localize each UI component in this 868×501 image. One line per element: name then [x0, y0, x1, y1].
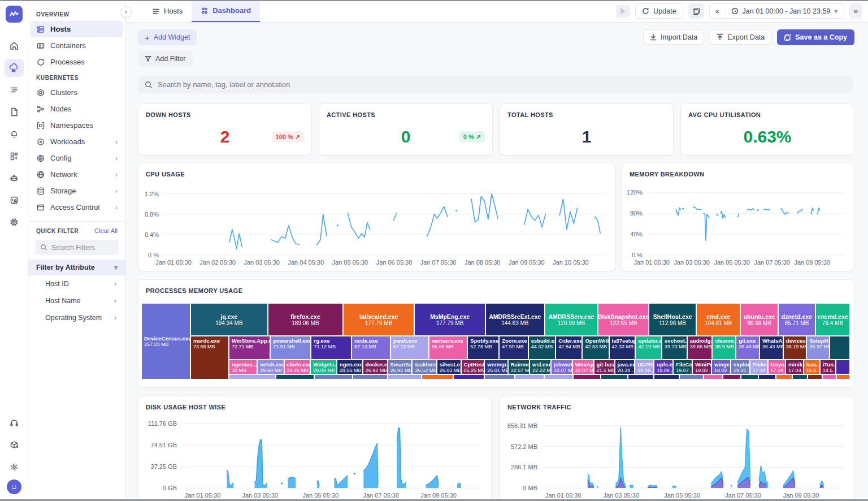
- treemap-node[interactable]: git.exe36.46 MB: [736, 336, 759, 359]
- file-icon[interactable]: [5, 103, 24, 121]
- add-filter-button[interactable]: Add Filter: [138, 51, 193, 66]
- treemap-node[interactable]: [601, 375, 627, 379]
- treemap-node[interactable]: [353, 375, 387, 379]
- treemap-node[interactable]: UCPD...19.09 ...: [635, 360, 653, 374]
- import-data-button[interactable]: Import Data: [643, 29, 704, 45]
- tab-hosts[interactable]: Hosts: [143, 0, 192, 22]
- treemap-node[interactable]: MsMpEng.exe177.79 MB: [415, 304, 485, 335]
- user-avatar[interactable]: [7, 480, 21, 494]
- treemap-node[interactable]: cncmd.exe78.4 MB: [816, 304, 849, 335]
- treemap-node[interactable]: WmiPr...19.02 ...: [693, 360, 711, 374]
- app-logo[interactable]: [6, 6, 23, 23]
- sidebar-item-access-control[interactable]: Access Control ›: [31, 199, 123, 215]
- treemap-node[interactable]: [574, 375, 600, 379]
- treemap-node[interactable]: [776, 375, 792, 379]
- date-back-button[interactable]: «: [710, 4, 725, 18]
- treemap-node[interactable]: devices...36.19 MB: [784, 336, 806, 359]
- search-input[interactable]: Search by name, tag, label or annotation: [138, 76, 853, 93]
- treemap-node[interactable]: [793, 375, 807, 379]
- date-range-picker[interactable]: Jan 01 00:00 - Jan 10 23:59 ▾: [725, 4, 844, 18]
- logs-icon[interactable]: [5, 81, 24, 99]
- treemap-node[interactable]: [723, 375, 740, 379]
- ai-robot-icon[interactable]: [5, 169, 24, 187]
- treemap-node[interactable]: [628, 375, 653, 379]
- treemap-node[interactable]: audiodg....39.66 MB: [688, 336, 712, 359]
- treemap-node[interactable]: [823, 375, 836, 379]
- treemap-node[interactable]: [388, 375, 420, 379]
- treemap-node[interactable]: WmiAp...22.07 MB: [573, 360, 593, 374]
- treemap-node[interactable]: [704, 375, 722, 379]
- treemap-node[interactable]: wermgr.e...25.01 MB: [485, 360, 507, 374]
- treemap-node[interactable]: ngen.exe28.56 MB: [337, 360, 362, 374]
- treemap-node[interactable]: [741, 375, 758, 379]
- treemap-node[interactable]: Widgets.exe29.04 MB: [311, 360, 336, 374]
- treemap-node[interactable]: jelowuti...22.07 MB: [552, 360, 572, 374]
- treemap-node[interactable]: iTun...14.5...: [821, 360, 835, 374]
- treemap-node[interactable]: [485, 375, 514, 379]
- clear-all-link[interactable]: Clear All: [94, 227, 118, 234]
- save-as-copy-button[interactable]: Save as a Copy: [777, 29, 854, 45]
- treemap-node[interactable]: wimserv.exe66.98 MB: [429, 336, 467, 359]
- treemap-node[interactable]: [836, 360, 849, 374]
- widgets-plus-icon[interactable]: [5, 147, 24, 165]
- treemap-node[interactable]: svchost....39.73 MB: [662, 336, 687, 359]
- treemap-node[interactable]: netsh.exe29.68 MB: [258, 360, 283, 374]
- treemap-node[interactable]: Cider.exe42.84 MB: [556, 336, 581, 359]
- alert-bell-icon[interactable]: [5, 125, 24, 143]
- copy-dashboard-button[interactable]: [688, 3, 704, 19]
- chip-icon[interactable]: [5, 213, 24, 231]
- treemap-node[interactable]: Zoom.exe47.59 MB: [500, 336, 527, 359]
- treemap-node[interactable]: [759, 375, 775, 379]
- user-session-icon[interactable]: [5, 191, 24, 209]
- treemap-node[interactable]: sihost.exe26.03 MB: [437, 360, 461, 374]
- treemap-node[interactable]: OpenWith...42.63 MB: [583, 336, 608, 359]
- treemap-node[interactable]: tzsyn...17.19 ...: [769, 360, 785, 374]
- treemap-node[interactable]: jq.exe194.34 MB: [191, 304, 267, 335]
- home-icon[interactable]: [5, 37, 24, 55]
- treemap-node[interactable]: dznetd.exe85.71 MB: [779, 304, 815, 335]
- treemap-node[interactable]: [808, 375, 822, 379]
- treemap-node[interactable]: [276, 375, 314, 379]
- treemap-node[interactable]: updater.exe42.19 MB: [636, 336, 661, 359]
- treemap-node[interactable]: SmartSen...26.92 MB: [388, 360, 412, 374]
- treemap-node[interactable]: msrdc.exe73.58 MB: [191, 336, 228, 379]
- sidebar-item-containers[interactable]: Containers: [31, 37, 123, 54]
- treemap-node[interactable]: DeviceCensus.exe257.23 MB: [142, 304, 190, 379]
- treemap-node[interactable]: [422, 375, 453, 379]
- treemap-node[interactable]: SetupH...35.37 MB: [807, 336, 829, 359]
- treemap-node[interactable]: cmd.exe104.81 MB: [697, 304, 740, 335]
- treemap-node[interactable]: Rainmet...22.57 MB: [509, 360, 529, 374]
- treemap-node[interactable]: clinfo.exe29.25 MB: [285, 360, 310, 374]
- export-data-button[interactable]: Export Data: [710, 29, 771, 45]
- treemap-node[interactable]: node.exe67.13 MB: [352, 336, 389, 359]
- treemap-node[interactable]: [680, 375, 703, 379]
- treemap-node[interactable]: [315, 375, 352, 379]
- treemap-node[interactable]: upfc.exe19.08 ...: [654, 360, 672, 374]
- treemap-node[interactable]: taskhost...26.52 MB: [413, 360, 436, 374]
- treemap-node[interactable]: wsl.exe22.22 MB: [530, 360, 550, 374]
- gear-icon[interactable]: [5, 458, 24, 476]
- sidebar-item-namespaces[interactable]: Namespaces: [31, 117, 123, 133]
- treemap-node[interactable]: [229, 375, 275, 379]
- infrastructure-icon[interactable]: [5, 59, 24, 77]
- treemap-node[interactable]: ubuntu.exe86.68 MB: [741, 304, 778, 335]
- treemap-node[interactable]: lsas...15.2...: [804, 360, 819, 374]
- treemap-node[interactable]: java.exe20.34 ...: [615, 360, 635, 374]
- treemap-node[interactable]: git-bas...21.5 MB: [594, 360, 614, 374]
- play-button[interactable]: [616, 5, 630, 18]
- treemap-node[interactable]: firefox.exe189.06 MB: [268, 304, 342, 335]
- treemap-node[interactable]: [454, 375, 484, 379]
- add-widget-button[interactable]: + Add Widget: [138, 29, 197, 45]
- sidebar-item-hosts[interactable]: Hosts: [31, 21, 123, 37]
- sidebar-item-nodes[interactable]: Nodes: [31, 101, 123, 117]
- date-forward-button[interactable]: »: [849, 3, 862, 19]
- treemap-node[interactable]: DiskSnapshot.exe122.65 MB: [598, 304, 648, 335]
- treemap-node[interactable]: la57setup...42.33 MB: [610, 336, 635, 359]
- treemap-node[interactable]: cleanm...36.9 MB: [713, 336, 735, 359]
- sidebar-item-storage[interactable]: Storage ›: [31, 183, 123, 199]
- filter-host-id[interactable]: Host ID ›: [28, 275, 125, 292]
- treemap-node[interactable]: powershell.exe71.51 MB: [271, 336, 310, 359]
- sidebar-collapse-button[interactable]: ‹: [120, 6, 132, 18]
- treemap-node[interactable]: WinStore.App.exe72.71 MB: [229, 336, 270, 359]
- treemap-node[interactable]: FileCo...19.07 ...: [674, 360, 692, 374]
